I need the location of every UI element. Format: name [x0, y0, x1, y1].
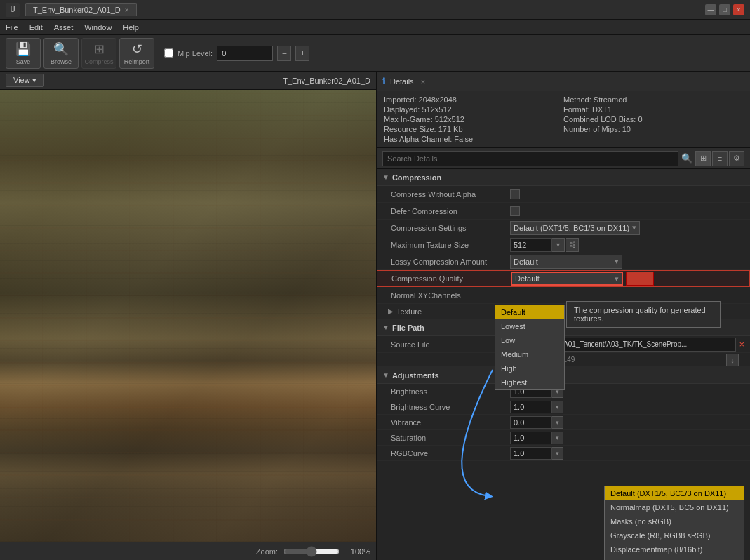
- menu-help[interactable]: Help: [123, 23, 139, 32]
- zoom-bar: Zoom: 100%: [0, 542, 376, 560]
- menu-edit[interactable]: Edit: [29, 23, 43, 32]
- defer-compression-checkbox[interactable]: [510, 206, 520, 216]
- close-btn[interactable]: ×: [733, 4, 744, 15]
- cs-item-vectordisplacement[interactable]: VectorDisplacementmap (RGBA8): [605, 556, 744, 560]
- cq-item-high[interactable]: High: [495, 361, 564, 375]
- view-header: View ▾ T_Env_Bunker02_A01_D: [0, 72, 376, 90]
- texture-info-strip: Imported: 2048x2048 Method: Streamed Dis…: [377, 91, 750, 148]
- saturation-expand-icon[interactable]: ▾: [552, 432, 563, 444]
- grid-view-icon[interactable]: ⊞: [695, 151, 711, 166]
- list-view-icon[interactable]: ≡: [712, 151, 728, 166]
- info-combined-lod: Combined LOD Bias: 0: [563, 115, 743, 124]
- cq-item-lowest[interactable]: Lowest: [495, 319, 564, 333]
- rgb-curve-expand-icon[interactable]: ▾: [552, 447, 563, 460]
- saturation-row: Saturation ▾: [377, 430, 750, 446]
- compression-arrow-icon: ▼: [382, 173, 389, 181]
- editor-tab[interactable]: T_Env_Bunker02_A01_D ×: [25, 3, 137, 16]
- view-icons: ⊞ ≡ ⚙: [695, 151, 744, 166]
- tooltip-text: The compression quality for generated te…: [574, 306, 706, 323]
- mip-minus-btn[interactable]: −: [277, 46, 291, 61]
- cs-item-default-dxt1[interactable]: Default (DXT1/5, BC1/3 on DX11): [605, 486, 744, 500]
- brightness-curve-input[interactable]: [510, 401, 552, 413]
- mip-input[interactable]: [217, 46, 273, 61]
- saturation-label: Saturation: [391, 434, 510, 442]
- search-icon[interactable]: 🔍: [681, 153, 692, 164]
- compression-settings-label: Compression Settings: [391, 224, 510, 232]
- zoom-slider[interactable]: [283, 546, 340, 557]
- toolbar: 💾 Save 🔍 Browse ⊞ Compress ↺ Reimport Mi…: [0, 35, 750, 72]
- brightness-curve-expand-icon[interactable]: ▾: [552, 401, 563, 413]
- details-scroll[interactable]: ▼ Compression Compress Without Alpha Def…: [377, 169, 750, 560]
- compression-settings-arrow-icon: ▾: [632, 223, 636, 232]
- view-dropdown-btn[interactable]: View ▾: [6, 74, 44, 87]
- info-num-mips: Number of Mips: 10: [563, 125, 743, 133]
- compression-quality-label: Compression Quality: [391, 274, 511, 283]
- main-area: View ▾ T_Env_Bunker02_A01_D Zoom: 100% ℹ…: [0, 72, 750, 560]
- max-texture-size-input[interactable]: [510, 238, 552, 252]
- cs-item-masks[interactable]: Masks (no sRGB): [605, 514, 744, 528]
- cs-item-grayscale[interactable]: Grayscale (R8, RGB8 sRGB): [605, 528, 744, 542]
- cq-item-highest[interactable]: Highest: [495, 375, 564, 389]
- cq-item-medium[interactable]: Medium: [495, 347, 564, 361]
- compress-without-alpha-checkbox[interactable]: [510, 189, 520, 199]
- save-button[interactable]: 💾 Save: [6, 38, 41, 69]
- brightness-label: Brightness: [391, 387, 510, 396]
- search-input[interactable]: [382, 151, 678, 166]
- cq-item-low[interactable]: Low: [495, 333, 564, 347]
- menu-window[interactable]: Window: [84, 23, 112, 32]
- vibrance-expand-icon[interactable]: ▾: [552, 416, 563, 429]
- cs-item-displacementmap[interactable]: Displacementmap (8/16bit): [605, 542, 744, 556]
- info-has-alpha: Has Alpha Channel: False: [384, 135, 563, 143]
- vibrance-input[interactable]: [510, 416, 552, 429]
- cs-item-normalmap[interactable]: Normalmap (DXT5, BC5 on DX11): [605, 500, 744, 514]
- save-icon: 💾: [15, 41, 31, 57]
- compression-quality-tooltip: The compression quality for generated te…: [566, 301, 721, 328]
- reimport-label: Reimport: [124, 58, 150, 65]
- saturation-input[interactable]: [510, 432, 552, 444]
- cq-item-default[interactable]: Default: [495, 305, 564, 319]
- view-btn-label: View ▾: [13, 76, 36, 85]
- compression-quality-value-area: Default ▾: [511, 272, 744, 286]
- details-tab-close-btn[interactable]: ×: [421, 77, 425, 86]
- tab-close-btn[interactable]: ×: [125, 6, 129, 14]
- menu-file[interactable]: File: [6, 23, 18, 32]
- rgb-curve-input[interactable]: [510, 447, 552, 460]
- left-panel: View ▾ T_Env_Bunker02_A01_D Zoom: 100%: [0, 72, 377, 560]
- settings-view-icon[interactable]: ⚙: [729, 151, 744, 166]
- lossy-compression-dropdown-btn[interactable]: Default ▾: [510, 255, 622, 269]
- defer-compression-label: Defer Compression: [391, 207, 510, 215]
- compress-button[interactable]: ⊞ Compress: [81, 38, 116, 69]
- lossy-compression-selected: Default: [514, 258, 538, 266]
- browse-icon: 🔍: [53, 41, 69, 57]
- filepath-section-title: File Path: [392, 324, 424, 332]
- adjustments-section-title: Adjustments: [392, 371, 439, 380]
- mip-checkbox[interactable]: [164, 48, 173, 58]
- clear-source-btn[interactable]: ×: [739, 339, 744, 349]
- browse-button[interactable]: 🔍 Browse: [43, 38, 79, 69]
- maximize-btn[interactable]: □: [719, 4, 730, 15]
- minimize-btn[interactable]: —: [705, 4, 716, 15]
- max-texture-size-value-area: ▾ ⛓: [510, 238, 744, 252]
- mip-label: Mip Level:: [178, 49, 213, 58]
- compression-settings-value-area: Default (DXT1/5, BC1/3 on DX11) ▾: [510, 221, 744, 235]
- compression-quality-dropdown-btn[interactable]: Default ▾: [511, 272, 623, 286]
- mip-control: Mip Level: − +: [164, 46, 309, 61]
- info-icon: ℹ: [382, 76, 386, 86]
- mip-plus-btn[interactable]: +: [295, 46, 309, 61]
- max-texture-size-link-icon[interactable]: ⛓: [566, 238, 579, 252]
- compression-section-header[interactable]: ▼ Compression: [377, 169, 750, 186]
- browse-label: Browse: [51, 58, 72, 65]
- brightness-curve-label: Brightness Curve: [391, 403, 510, 411]
- max-texture-size-expand-icon[interactable]: ▾: [552, 238, 565, 252]
- zoom-label: Zoom:: [256, 547, 278, 556]
- menu-asset[interactable]: Asset: [54, 23, 74, 32]
- info-format: Format: DXT1: [563, 105, 743, 114]
- reimport-button[interactable]: ↺ Reimport: [119, 38, 154, 69]
- compression-quality-row: Compression Quality Default ▾: [377, 270, 750, 287]
- download-icon[interactable]: ↓: [726, 354, 739, 366]
- details-tab-title: Details: [390, 77, 414, 86]
- normal-xy-label: Normal XYChannels: [391, 291, 510, 300]
- compression-settings-dropdown-btn[interactable]: Default (DXT1/5, BC1/3 on DX11) ▾: [510, 221, 640, 235]
- info-method: Method: Streamed: [563, 95, 743, 104]
- texture-canvas: [0, 90, 376, 542]
